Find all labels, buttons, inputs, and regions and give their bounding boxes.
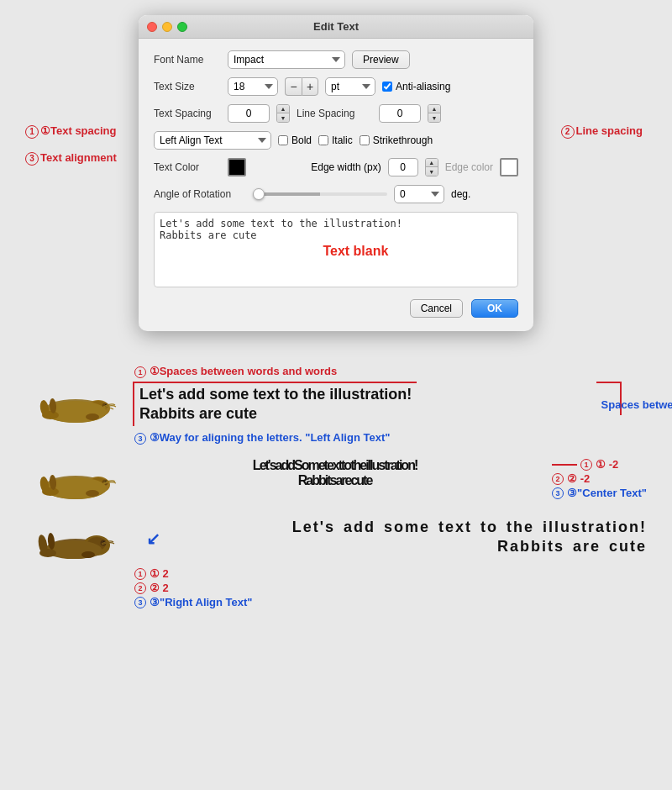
demo3-row: Let's add some text to the illustration!… [25, 518, 647, 564]
demo3-ann2: 2 ② 2 [134, 582, 647, 594]
svg-point-7 [86, 413, 99, 420]
demo2-ann3: 3 ③"Center Text" [552, 487, 647, 499]
line-spacing-input[interactable] [379, 104, 421, 123]
demo2-annotations: 1 ① -2 2 ② -2 3 ③"Center Text" [552, 458, 647, 499]
demo1-section: 1 ①Spaces between words and words [25, 365, 647, 445]
explanations: 1 ①Spaces between words and words [0, 356, 672, 642]
anti-aliasing-checkbox[interactable] [382, 82, 392, 92]
text-color-row: Text Color Edge width (px) ▲ ▼ Edge colo… [154, 158, 518, 176]
demo1-line2: Rabbits are cute [138, 404, 413, 424]
dialog-title: Edit Text [139, 20, 533, 33]
text-textarea[interactable]: Let's add some text to the illustration!… [154, 212, 518, 287]
edge-width-label: Edge width (px) [311, 161, 381, 173]
demo2-rabbit [25, 458, 126, 504]
demo3-text-area: Let's add some text to the illustration!… [129, 518, 647, 557]
demo1-rabbit [25, 382, 126, 428]
italic-checkbox[interactable] [318, 135, 328, 145]
angle-label: Angle of Rotation [154, 188, 246, 200]
demo2-section: Let'saddSometexttotheillustration! Rabbi… [25, 458, 647, 504]
demo2-text: Let'saddSometexttotheillustration! Rabbi… [129, 458, 540, 487]
anti-aliasing-label: Anti-aliasing [396, 81, 450, 92]
strikethrough-checkbox-area: Strikethrough [360, 134, 433, 146]
demo3-arrow: ↙ [146, 529, 160, 549]
line-spacing-down[interactable]: ▼ [428, 113, 440, 122]
demo1-text-block: Let's add some text to the illustration!… [129, 382, 647, 426]
maximize-button[interactable] [177, 22, 187, 32]
dialog-titlebar: Edit Text [139, 15, 533, 39]
text-spacing-row: Text Spacing ▲ ▼ Line Spacing ▲ ▼ [154, 104, 518, 123]
line-spacing-up[interactable]: ▲ [428, 105, 440, 113]
demo2-row: Let'saddSometexttotheillustration! Rabbi… [25, 458, 647, 504]
text-size-row: Text Size 18 − + pt Anti-aliasing [154, 77, 518, 96]
demo2-line2: Rabbitsarecute [129, 473, 540, 488]
ann-line-spacing: 2Line spacing [561, 124, 643, 139]
dialog-body: Font Name Impact Preview Text Size 18 − … [139, 39, 533, 331]
italic-label: Italic [332, 134, 353, 146]
demo3-line1: Let's add some text to the illustration! [129, 518, 647, 537]
dialog-buttons: Cancel OK [154, 291, 518, 318]
dialog-wrapper: Edit Text Font Name Impact Preview Text … [0, 0, 672, 331]
edge-color-label: Edge color [445, 161, 493, 173]
edge-width-input[interactable] [388, 158, 418, 176]
unit-select[interactable]: pt [325, 77, 375, 96]
text-alignment-select[interactable]: Left Align Text Center Text Right Align … [154, 131, 271, 150]
text-spacing-down[interactable]: ▼ [277, 113, 289, 122]
demo2-line1: Let'saddSometexttotheillustration! [129, 458, 540, 473]
ok-button[interactable]: OK [471, 299, 518, 318]
rabbit-svg-2 [29, 458, 122, 504]
demo1-ann-top: 1 ①Spaces between words and words [134, 365, 647, 378]
angle-slider[interactable] [253, 192, 387, 196]
font-name-select[interactable]: Impact [228, 50, 345, 69]
demo3-ann3: 3 ③"Right Align Text" [134, 596, 647, 608]
svg-point-27 [81, 551, 95, 558]
strikethrough-label: Strikethrough [373, 134, 433, 146]
text-color-swatch[interactable] [228, 158, 246, 176]
text-size-label: Text Size [154, 81, 221, 92]
strikethrough-checkbox[interactable] [360, 135, 370, 145]
text-color-label: Text Color [154, 161, 221, 173]
demo3-ann1: 1 ① 2 [134, 567, 647, 580]
cancel-button[interactable]: Cancel [410, 299, 463, 318]
text-area-wrapper: Let's add some text to the illustration!… [154, 212, 518, 291]
preview-button[interactable]: Preview [352, 50, 410, 69]
edit-text-dialog: Edit Text Font Name Impact Preview Text … [139, 15, 533, 331]
size-plus-button[interactable]: + [302, 77, 318, 96]
text-spacing-input[interactable] [228, 104, 270, 123]
demo1-ann-bottom: 3 ③Way for aligning the letters. "Left A… [134, 431, 647, 445]
rabbit-svg-1 [29, 382, 122, 428]
demo2-dash [552, 464, 577, 466]
edge-color-swatch[interactable] [500, 158, 518, 176]
line-spacing-label: Line Spacing [297, 108, 372, 119]
demo3-text: Let's add some text to the illustration!… [129, 518, 647, 557]
minimize-button[interactable] [162, 22, 172, 32]
demo3-rabbit [25, 518, 126, 564]
text-alignment-row: Left Align Text Center Text Right Align … [154, 131, 518, 150]
angle-row: Angle of Rotation 0 deg. [154, 185, 518, 203]
font-name-row: Font Name Impact Preview [154, 50, 518, 69]
text-spacing-stepper: ▲ ▼ [276, 104, 290, 123]
angle-select[interactable]: 0 [394, 185, 444, 203]
bold-checkbox[interactable] [278, 135, 288, 145]
text-spacing-label: Text Spacing [154, 108, 221, 119]
text-spacing-up[interactable]: ▲ [277, 105, 289, 113]
italic-checkbox-area: Italic [318, 134, 353, 146]
anti-aliasing-checkbox-area: Anti-aliasing [382, 81, 450, 92]
size-minus-button[interactable]: − [285, 77, 302, 96]
demo3-section: Let's add some text to the illustration!… [25, 518, 647, 608]
close-button[interactable] [147, 22, 157, 32]
edge-width-up[interactable]: ▲ [426, 159, 438, 167]
rabbit-svg-3 [29, 518, 122, 564]
demo1-row: Let's add some text to the illustration!… [25, 382, 647, 428]
ann-text-alignment: 3Text alignment [25, 151, 117, 166]
demo3-annotations: 1 ① 2 2 ② 2 3 ③"Right Align Text" [134, 567, 647, 608]
font-name-label: Font Name [154, 54, 221, 66]
demo1-line1: Let's add some text to the illustration! [138, 385, 413, 404]
demo2-text-area: Let'saddSometexttotheillustration! Rabbi… [129, 458, 540, 487]
deg-label: deg. [451, 188, 470, 200]
line-spacing-stepper: ▲ ▼ [428, 104, 441, 123]
size-minus-plus: − + [285, 77, 318, 96]
demo2-ann-line-h: 1 ① -2 [552, 458, 647, 471]
text-size-select[interactable]: 18 [228, 77, 278, 96]
demo1-ann-right: Spaces between lines [601, 398, 672, 411]
edge-width-down[interactable]: ▼ [426, 167, 438, 176]
